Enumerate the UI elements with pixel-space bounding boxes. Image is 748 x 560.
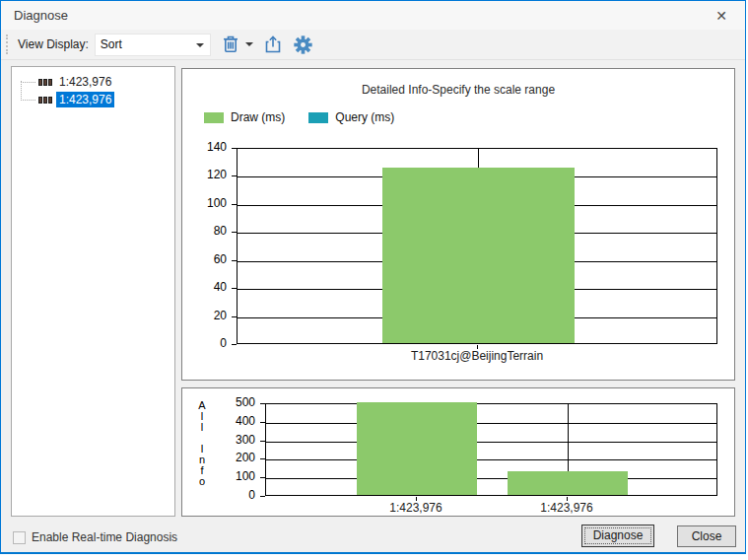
view-display-label: View Display: xyxy=(18,37,89,51)
y-axis-label: 120 xyxy=(189,168,227,181)
y-axis-label: 100 xyxy=(189,196,227,210)
y-axis-tick xyxy=(232,316,237,317)
realtime-diagnosis-label[interactable]: Enable Real-time Diagnosis xyxy=(32,530,177,544)
tree-connector xyxy=(21,81,22,99)
tree-connector xyxy=(21,82,35,83)
close-icon[interactable]: ✕ xyxy=(710,5,733,27)
y-axis-label: 400 xyxy=(218,414,255,428)
export-icon[interactable] xyxy=(262,34,284,55)
layers-list-panel: 1:423,976 1:423,976 xyxy=(11,66,175,517)
tree-item-label: 1:423,976 xyxy=(56,74,114,90)
y-axis-tick xyxy=(260,458,265,459)
view-display-combobox[interactable]: Sort xyxy=(95,34,211,56)
y-axis-label: 60 xyxy=(189,252,227,266)
y-axis-tick xyxy=(232,260,237,261)
y-axis-label: 140 xyxy=(189,140,227,154)
y-axis-tick xyxy=(260,403,265,404)
chart-bar xyxy=(382,168,575,343)
y-axis-label: 0 xyxy=(189,336,227,350)
y-axis-tick xyxy=(232,148,237,149)
y-axis-tick xyxy=(232,232,237,233)
title-bar: Diagnose ✕ xyxy=(1,1,745,30)
chart-title: Detailed Info-Specify the scale range xyxy=(182,83,734,97)
layer-tiles-icon xyxy=(38,97,52,104)
tree-item-scale-1[interactable]: 1:423,976 xyxy=(12,73,174,91)
close-button[interactable]: Close xyxy=(677,525,736,547)
y-axis-label: 100 xyxy=(218,469,255,483)
layers-tree: 1:423,976 1:423,976 xyxy=(12,67,174,108)
all-info-chart-panel: 01002003004005001:423,9761:423,976All In… xyxy=(181,387,735,517)
y-axis-label: 200 xyxy=(218,451,255,464)
tree-connector xyxy=(21,100,35,101)
y-axis-label: 0 xyxy=(218,488,255,502)
y-axis-tick xyxy=(232,204,237,205)
toolbar: View Display: Sort xyxy=(1,30,745,60)
y-axis-label: 80 xyxy=(189,224,227,238)
diagnose-button[interactable]: Diagnose xyxy=(581,525,654,547)
y-axis-tick xyxy=(232,175,237,176)
x-axis-category-label: 1:423,976 xyxy=(389,501,442,515)
chart-legend: Draw (ms) Query (ms) xyxy=(204,110,418,124)
delete-icon[interactable] xyxy=(220,34,241,55)
y-axis-tick xyxy=(260,496,265,497)
y-axis-label: 20 xyxy=(189,309,227,322)
x-axis-category-label: T17031cj@BeijingTerrain xyxy=(411,349,543,363)
diagnose-dialog: Diagnose ✕ View Display: Sort xyxy=(0,0,746,554)
y-axis-tick xyxy=(232,344,237,345)
y-axis-tick xyxy=(260,441,265,442)
layer-tiles-icon xyxy=(38,79,52,86)
chart-bar xyxy=(508,471,628,495)
y-axis-label: 40 xyxy=(189,280,227,294)
y-axis-title-vertical: All Info xyxy=(197,400,207,487)
plot-area xyxy=(237,148,717,344)
chevron-down-icon xyxy=(196,43,204,47)
draw-legend-swatch xyxy=(204,112,224,123)
tree-item-label-selected: 1:423,976 xyxy=(56,92,114,107)
tree-item-scale-2[interactable]: 1:423,976 xyxy=(12,91,174,108)
settings-gear-icon[interactable]: /**/ xyxy=(293,35,313,55)
combobox-value: Sort xyxy=(101,35,122,55)
query-legend-swatch xyxy=(308,112,328,123)
detail-chart-panel: Detailed Info-Specify the scale range Dr… xyxy=(181,68,735,381)
y-axis-label: 300 xyxy=(218,433,255,447)
x-axis-category-label: 1:423,976 xyxy=(540,501,592,515)
window-title: Diagnose xyxy=(14,1,68,30)
y-axis-tick xyxy=(232,288,237,289)
y-axis-tick xyxy=(260,477,265,478)
chart-bar xyxy=(357,402,477,495)
y-axis-tick xyxy=(260,422,265,423)
toolbar-grip-handle[interactable] xyxy=(6,35,9,54)
query-legend-label: Query (ms) xyxy=(335,110,394,124)
delete-options-arrow[interactable] xyxy=(245,42,253,46)
draw-legend-label: Draw (ms) xyxy=(231,110,285,124)
realtime-diagnosis-checkbox[interactable] xyxy=(13,531,26,544)
plot-area xyxy=(265,403,717,496)
y-axis-label: 500 xyxy=(218,395,255,409)
